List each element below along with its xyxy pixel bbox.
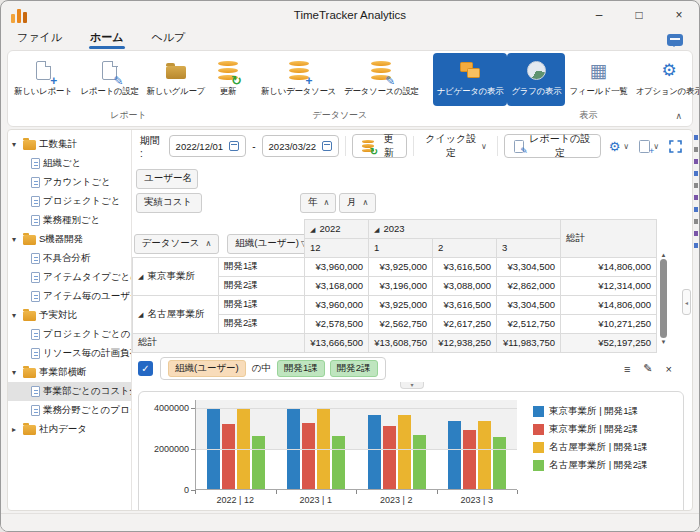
tree-report-item[interactable]: プロジェクトごと [8,192,131,211]
show-navigator-button[interactable]: ナビゲータの表示 [433,53,508,106]
date-to-input[interactable]: 2023/03/22 [262,135,340,157]
pivot-value-cell[interactable]: ¥2,617,250 [433,314,497,333]
legend-item[interactable]: 東京事業所 | 開発2課 [533,423,648,436]
panel-expander-button[interactable]: ◂ [682,289,691,315]
pivot-month-header[interactable]: 1 [369,238,433,257]
pivot-dept-header[interactable]: 開発1課 [219,257,305,276]
close-button[interactable]: × [659,1,699,29]
tree-folder-item[interactable]: ▾予実対比 [8,306,131,325]
pivot-value-cell[interactable]: ¥3,304,500 [497,257,561,276]
pivot-value-cell[interactable]: ¥3,304,500 [497,295,561,314]
legend-item[interactable]: 東京事業所 | 開発1課 [533,405,648,418]
filter-edit-icon[interactable]: ✎ [643,362,652,375]
tree-report-item[interactable]: プロジェクトごとのコスト [8,325,131,344]
pivot-year-header[interactable]: ◢2023 [369,219,561,238]
pivot-row-group-header[interactable]: ◢東京事業所 [133,257,219,295]
pivot-table[interactable]: データソース∧組織(ユーザー)▽∧◢2022◢2023総計12123◢東京事業所… [132,219,657,353]
pivot-month-header[interactable]: 12 [305,238,369,257]
maximize-button[interactable]: □ [619,1,659,29]
pivot-month-header[interactable]: 2 [433,238,497,257]
table-scrollbar[interactable]: ▲ ▼ [659,252,668,345]
field-chip-organization[interactable]: 組織(ユーザー)▽∧ [227,234,304,254]
calendar-icon[interactable] [322,141,332,151]
legend-item[interactable]: 名古屋事業所 | 開発1課 [533,441,648,454]
filter-expression[interactable]: 組織(ユーザー) の中 開発1課開発2課 [160,357,386,380]
pivot-value-cell[interactable]: ¥3,925,000 [369,257,433,276]
pivot-value-cell[interactable]: ¥2,512,750 [497,314,561,333]
field-chip-cost[interactable]: 実績コスト [136,193,202,213]
new-datasource-button[interactable]: + 新しいデータソース [257,53,340,106]
ribbon-collapse-button[interactable]: ∧ [675,111,682,121]
scrollbar-thumb[interactable] [660,259,667,338]
collapse-triangle-icon[interactable]: ◢ [138,273,143,280]
datasource-settings-button[interactable]: ✎ データソースの設定 [340,53,423,106]
export-dropdown[interactable]: + ∨ [637,140,661,153]
feedback-icon[interactable] [667,34,683,46]
field-chip-month[interactable]: 月 ∧ [339,193,376,213]
chart-collapse-handle[interactable]: ▾ [400,382,424,389]
pivot-value-cell[interactable]: ¥3,925,000 [369,295,433,314]
legend-item[interactable]: 名古屋事業所 | 開発2課 [533,459,648,472]
pivot-value-cell[interactable]: ¥2,578,500 [305,314,369,333]
filter-enabled-checkbox[interactable]: ✓ [138,361,153,376]
show-chart-button[interactable]: グラフの表示 [507,53,565,106]
show-options-button[interactable]: ⚙ オプションの表示 [632,53,700,106]
quick-settings-button[interactable]: クイック設定 ∨ [420,132,491,160]
pivot-grand-total-cell[interactable]: ¥12,938,250 [433,333,497,352]
field-chip-datasource[interactable]: データソース∧ [134,234,220,254]
pivot-grand-total-cell[interactable]: ¥13,666,500 [305,333,369,352]
pivot-value-cell[interactable]: ¥3,196,000 [369,276,433,295]
tree-report-item[interactable]: 事業部ごとのコスト分析 [8,382,131,401]
pivot-row-total-cell[interactable]: ¥10,271,250 [561,314,657,333]
tree-report-item[interactable]: アイテム毎のユーザーの予定 [8,287,131,306]
pivot-value-cell[interactable]: ¥2,862,000 [497,276,561,295]
pivot-grand-total-cell[interactable]: ¥13,608,750 [369,333,433,352]
tree-report-item[interactable]: 業務種別ごと [8,211,131,230]
filter-value-chip[interactable]: 開発2課 [330,360,378,377]
menu-item-home[interactable]: ホーム [88,29,126,50]
pivot-grand-total-cell[interactable]: ¥11,983,750 [497,333,561,352]
field-chip-year[interactable]: 年 ∧ [300,193,336,213]
pivot-row-total-cell[interactable]: ¥12,314,000 [561,276,657,295]
pivot-value-cell[interactable]: ¥3,960,000 [305,295,369,314]
view-options-dropdown[interactable]: ⚙ ∨ [607,140,632,153]
tree-report-item[interactable]: 不具合分析 [8,249,131,268]
tree-report-item[interactable]: アイテムタイプごとの予実管理 [8,268,131,287]
pivot-grand-total-cell[interactable]: ¥52,197,250 [561,333,657,352]
collapsed-panel-strip[interactable] [694,135,698,248]
new-report-button[interactable]: + 新しいレポート [10,53,76,106]
fullscreen-button[interactable] [667,140,684,153]
pivot-grand-total-header[interactable]: 総計 [561,219,657,257]
new-group-button[interactable]: 新しいグループ [143,53,209,106]
tree-report-item[interactable]: 組織ごと [8,154,131,173]
scroll-up-icon[interactable]: ▲ [661,252,667,258]
tree-folder-item[interactable]: ▾事業部横断 [8,363,131,382]
pivot-year-header[interactable]: ◢2022 [305,219,369,238]
menu-item-file[interactable]: ファイル [15,29,64,50]
pivot-dept-header[interactable]: 開発2課 [219,276,305,295]
scroll-down-icon[interactable]: ▼ [661,339,667,345]
field-chip-username[interactable]: ユーザー名 [136,169,198,189]
tree-folder-item[interactable]: ▸社内データ [8,420,131,439]
collapse-triangle-icon[interactable]: ◢ [138,311,143,318]
pivot-value-cell[interactable]: ¥3,088,000 [433,276,497,295]
report-settings-button[interactable]: ✎ レポートの設定 [76,53,142,106]
collapse-triangle-icon[interactable]: ◢ [310,226,315,233]
tree-folder-item[interactable]: ▾工数集計 [8,135,131,154]
pivot-row-total-cell[interactable]: ¥14,806,000 [561,257,657,276]
pivot-grand-total-label[interactable]: 総計 [133,333,305,352]
tree-report-item[interactable]: アカウントごと [8,173,131,192]
pivot-value-cell[interactable]: ¥3,616,500 [433,295,497,314]
menu-item-help[interactable]: ヘルプ [150,29,188,50]
tree-report-item[interactable]: リソース毎の計画負荷状況 [8,344,131,363]
filter-icon[interactable]: ▽ [301,239,304,248]
pivot-dept-header[interactable]: 開発1課 [219,295,305,314]
pivot-dept-header[interactable]: 開発2課 [219,314,305,333]
report-settings-toolbar-button[interactable]: ✎ レポートの設定 [504,134,601,158]
filter-field-chip[interactable]: 組織(ユーザー) [168,360,246,377]
pivot-row-total-cell[interactable]: ¥14,806,000 [561,295,657,314]
refresh-button[interactable]: ↻ 更新 [352,134,407,158]
date-from-input[interactable]: 2022/12/01 [169,135,247,157]
collapse-triangle-icon[interactable]: ◢ [374,226,379,233]
pivot-value-cell[interactable]: ¥3,168,000 [305,276,369,295]
